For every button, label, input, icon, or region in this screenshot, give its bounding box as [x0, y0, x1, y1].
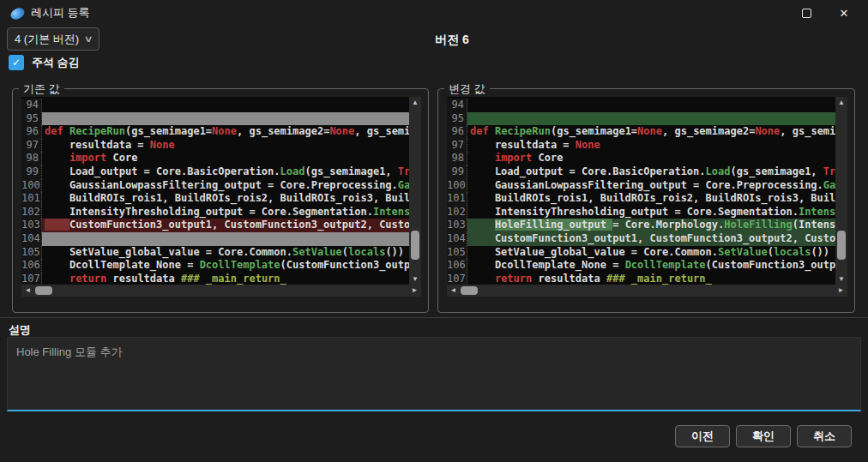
vertical-scroll-thumb[interactable]	[837, 231, 846, 260]
line-content	[42, 99, 409, 112]
line-number: 95	[21, 112, 42, 126]
line-content: def RecipeRun(gs_semimage1=None, gs_semi…	[42, 125, 409, 139]
line-number: 98	[21, 152, 42, 165]
diff-panel-existing: 949596def RecipeRun(gs_semimage1=None, g…	[21, 97, 421, 297]
code-line: 103 HoleFilling_output = Core.Morphology…	[447, 219, 835, 232]
line-number: 105	[21, 246, 42, 260]
groupbox-changed-title: 변경 값	[444, 81, 490, 97]
previous-button[interactable]: 이전	[675, 425, 730, 447]
code-line: 95	[21, 112, 409, 126]
code-line: 95	[447, 112, 835, 126]
scroll-up-icon[interactable]: ▲	[835, 97, 847, 108]
line-content: BuildROIs_rois1, BuildROIs_rois2, BuildR…	[42, 192, 409, 206]
code-line: 102 IntensityThresholding_output = Core.…	[21, 206, 409, 219]
line-number: 101	[21, 192, 42, 206]
code-line: 97 resultdata = None	[447, 139, 835, 153]
close-icon: ✕	[840, 7, 849, 20]
code-line: 101 BuildROIs_rois1, BuildROIs_rois2, Bu…	[447, 192, 835, 206]
line-number: 97	[447, 139, 467, 153]
groupbox-existing-value: 기존 값 949596def RecipeRun(gs_semimage1=No…	[12, 88, 429, 313]
line-content: SetValue_global_value = Core.Common.SetV…	[42, 246, 409, 260]
hide-comments-checkbox[interactable]: ✓	[9, 55, 24, 70]
line-content	[42, 232, 409, 246]
line-content	[467, 99, 835, 112]
line-number: 95	[447, 112, 467, 126]
description-textarea[interactable]: Hole Filling 모듈 추가	[7, 337, 861, 411]
code-line: 105 SetValue_global_value = Core.Common.…	[21, 246, 409, 260]
code-rows-changed: 949596def RecipeRun(gs_semimage1=None, g…	[447, 99, 835, 285]
scroll-left-icon[interactable]: ◄	[448, 285, 459, 297]
line-number: 97	[21, 139, 42, 153]
confirm-button[interactable]: 확인	[736, 425, 791, 447]
line-number: 106	[21, 259, 42, 273]
line-number: 107	[447, 273, 467, 285]
line-content	[42, 112, 409, 126]
maximize-button[interactable]	[789, 0, 823, 26]
line-content: resultdata = None	[467, 139, 835, 153]
line-content: import Core	[42, 152, 409, 165]
vertical-scrollbar[interactable]: ▲ ▼	[835, 97, 847, 285]
diff-panel-changed: 949596def RecipeRun(gs_semimage1=None, g…	[447, 97, 847, 297]
code-line: 103 CustomFunction3_output1, CustomFunct…	[21, 219, 409, 232]
line-number: 102	[447, 206, 467, 219]
line-number: 103	[21, 219, 42, 232]
groupbox-changed-value: 변경 값 949596def RecipeRun(gs_semimage1=No…	[437, 88, 855, 313]
scroll-right-icon[interactable]: ►	[835, 285, 847, 297]
line-number: 94	[21, 99, 42, 112]
code-line: 94	[21, 99, 409, 112]
code-line: 106 DcollTemplate_None = DcollTemplate(C…	[21, 259, 409, 273]
code-line: 106 DcollTemplate_None = DcollTemplate(C…	[447, 259, 835, 273]
line-number: 94	[447, 99, 467, 112]
line-content: CustomFunction3_output1, CustomFunction3…	[42, 219, 409, 232]
version-title: 버전 6	[36, 33, 868, 48]
line-content: Load_output = Core.BasicOperation.Load(g…	[42, 165, 409, 179]
scroll-right-icon[interactable]: ►	[409, 285, 420, 297]
code-line: 96def RecipeRun(gs_semimage1=None, gs_se…	[21, 125, 409, 139]
code-line: 107 return resultdata ### _main_return_	[447, 273, 835, 285]
close-button[interactable]: ✕	[827, 0, 861, 26]
maximize-icon	[802, 9, 811, 18]
horizontal-scroll-thumb[interactable]	[35, 286, 52, 295]
line-content: def RecipeRun(gs_semimage1=None, gs_semi…	[467, 125, 835, 139]
horizontal-scroll-thumb[interactable]	[461, 286, 478, 295]
horizontal-scrollbar[interactable]: ◄ ►	[21, 285, 421, 297]
vertical-scroll-thumb[interactable]	[411, 231, 419, 260]
line-number: 105	[447, 246, 467, 260]
line-number: 107	[21, 273, 42, 285]
scroll-up-icon[interactable]: ▲	[409, 97, 421, 108]
code-line: 98 import Core	[21, 152, 409, 165]
line-number: 102	[21, 206, 42, 219]
window-title: 레시피 등록	[31, 0, 90, 26]
line-content: CustomFunction3_output1, CustomFunction3…	[467, 232, 835, 246]
cancel-button[interactable]: 취소	[797, 425, 852, 447]
horizontal-scrollbar[interactable]: ◄ ►	[447, 285, 847, 297]
app-icon	[9, 6, 27, 22]
code-line: 107 return resultdata ### _main_return_	[21, 273, 409, 285]
vertical-scrollbar[interactable]: ▲ ▼	[409, 97, 421, 285]
code-line: 104 CustomFunction3_output1, CustomFunct…	[447, 232, 835, 246]
code-line: 105 SetValue_global_value = Core.Common.…	[447, 246, 835, 260]
line-content: HoleFilling_output = Core.Morphology.Hol…	[467, 219, 835, 232]
code-rows-existing: 949596def RecipeRun(gs_semimage1=None, g…	[21, 99, 409, 285]
line-number: 100	[447, 179, 467, 193]
code-line: 99 Load_output = Core.BasicOperation.Loa…	[447, 165, 835, 179]
scroll-left-icon[interactable]: ◄	[22, 285, 33, 297]
line-number: 96	[21, 125, 42, 139]
code-line: 100 GaussianLowpassFiltering_output = Co…	[447, 179, 835, 193]
code-line: 97 resultdata = None	[21, 139, 409, 153]
line-content: IntensityThresholding_output = Core.Segm…	[467, 206, 835, 219]
code-line: 99 Load_output = Core.BasicOperation.Loa…	[21, 165, 409, 179]
scroll-down-icon[interactable]: ▼	[409, 273, 421, 285]
line-content	[467, 112, 835, 126]
scroll-down-icon[interactable]: ▼	[835, 273, 847, 285]
code-line: 104	[21, 232, 409, 246]
groupbox-existing-title: 기존 값	[19, 81, 64, 97]
line-number: 103	[447, 219, 467, 232]
line-number: 99	[21, 165, 42, 179]
line-content: Load_output = Core.BasicOperation.Load(g…	[467, 165, 835, 179]
code-line: 98 import Core	[447, 152, 835, 165]
line-number: 100	[21, 179, 42, 193]
check-icon: ✓	[12, 57, 21, 69]
line-number: 101	[447, 192, 467, 206]
line-number: 106	[447, 259, 467, 273]
